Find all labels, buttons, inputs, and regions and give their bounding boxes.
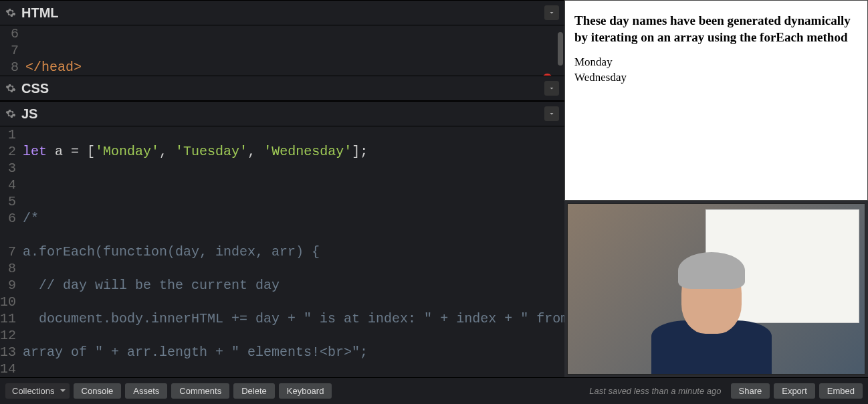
delete-button[interactable]: Delete — [233, 383, 275, 399]
html-scrollbar[interactable] — [558, 32, 563, 66]
js-panel-title: JS — [21, 106, 37, 122]
css-panel-header: CSS — [0, 76, 564, 101]
output-line: Monday — [574, 55, 858, 70]
js-panel-header: JS — [0, 101, 564, 126]
share-button[interactable]: Share — [731, 383, 770, 399]
html-panel-title: HTML — [21, 5, 59, 21]
js-code-lines: let a = ['Monday', 'Tuesday', 'Wednesday… — [20, 126, 564, 377]
right-column: These day names have been generated dyna… — [564, 0, 868, 377]
console-button[interactable]: Console — [74, 383, 122, 399]
export-button[interactable]: Export — [774, 383, 815, 399]
chevron-down-icon — [548, 84, 556, 92]
output-line: Wednesday — [574, 70, 858, 86]
chevron-down-icon — [548, 110, 556, 118]
js-collapse-button[interactable] — [544, 106, 559, 121]
webcam-overlay — [567, 203, 865, 375]
output-preview: These day names have been generated dyna… — [564, 0, 868, 201]
assets-button[interactable]: Assets — [125, 383, 167, 399]
save-status: Last saved less than a minute ago — [589, 386, 721, 396]
embed-button[interactable]: Embed — [819, 383, 863, 399]
comments-button[interactable]: Comments — [171, 383, 229, 399]
html-editor[interactable]: 678 </head> <body> <n> ! — [0, 25, 564, 76]
preview-output: Monday Wednesday — [574, 55, 858, 86]
html-collapse-button[interactable] — [544, 5, 559, 20]
gear-icon[interactable] — [5, 83, 16, 94]
js-editor[interactable]: 123 456 78 91011 121314 let a = ['Monday… — [0, 126, 564, 377]
gear-icon[interactable] — [5, 7, 16, 18]
bottom-toolbar: Collections Console Assets Comments Dele… — [0, 377, 868, 404]
css-collapse-button[interactable] — [544, 81, 559, 96]
gear-icon[interactable] — [5, 108, 16, 119]
preview-heading: These day names have been generated dyna… — [574, 13, 858, 45]
chevron-down-icon — [548, 9, 556, 17]
html-panel-header: HTML — [0, 0, 564, 25]
editors-column: HTML 678 </head> <body> <n> ! CSS — [0, 0, 564, 377]
presenter — [641, 240, 782, 374]
css-panel-title: CSS — [21, 81, 49, 96]
collections-dropdown[interactable]: Collections — [5, 383, 70, 399]
keyboard-button[interactable]: Keyboard — [279, 383, 332, 399]
html-line-6: </head> — [25, 60, 82, 75]
